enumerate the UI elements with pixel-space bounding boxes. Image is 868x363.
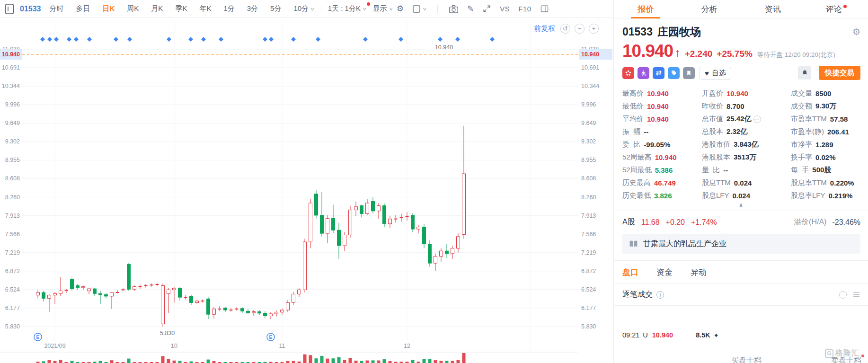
zoom-out-icon[interactable]: − xyxy=(575,24,585,34)
svg-text:12: 12 xyxy=(404,343,410,349)
toolbar-period-分时[interactable]: 分时 xyxy=(50,4,64,13)
quote-label: 港股股本 xyxy=(702,153,730,162)
level2-quotes-icon[interactable]: 2 xyxy=(638,67,649,79)
detail-tab-盘口[interactable]: 盘口 xyxy=(622,267,638,278)
company-description: 甘肃最大的乳品生产企业 xyxy=(643,239,726,249)
detail-tab-异动[interactable]: 异动 xyxy=(691,267,707,278)
notification-dot xyxy=(367,2,370,6)
vs-compare-button[interactable]: VS xyxy=(500,5,510,13)
panel-tab-报价[interactable]: 报价 xyxy=(614,0,677,18)
quote-value: 10.940 xyxy=(647,115,669,123)
quote-label: 历史最低 xyxy=(622,191,651,200)
draw-pencil-icon[interactable]: ✎ xyxy=(467,4,474,14)
svg-text:11: 11 xyxy=(279,343,285,349)
candle-style-selector[interactable]: ∨ xyxy=(412,5,426,13)
f10-button[interactable]: F10 xyxy=(518,5,531,13)
quote-label: 股息率LFY xyxy=(791,191,825,200)
quick-trade-button[interactable]: 快捷交易 xyxy=(819,66,860,80)
quote-总股本: 总股本2.32亿 xyxy=(702,125,791,138)
a-share-label: A股 xyxy=(622,217,635,227)
display-menu-label: 显示 xyxy=(373,4,387,13)
toolbar-period-1分[interactable]: 1分 xyxy=(223,4,234,13)
toolbar-period-季K[interactable]: 季K xyxy=(175,4,187,13)
more-ellipsis-icon[interactable]: ··· xyxy=(839,291,847,299)
period-more-chevron-icon[interactable]: ∨ xyxy=(310,7,315,11)
toolbar-period-月K[interactable]: 月K xyxy=(151,4,163,13)
trade-ticker-row[interactable]: 09:21 U 10.940 8.5K ◆ xyxy=(622,331,718,339)
panel-tab-分析[interactable]: 分析 xyxy=(677,0,741,18)
info-icon[interactable]: i xyxy=(656,291,664,299)
toolbar-period-3分[interactable]: 3分 xyxy=(247,4,258,13)
toolbar-period-年K[interactable]: 年K xyxy=(199,4,211,13)
chevron-down-icon: ∨ xyxy=(362,7,367,11)
svg-text:10.691: 10.691 xyxy=(581,64,599,71)
svg-text:10.344: 10.344 xyxy=(581,83,599,89)
trade-exchange-icon[interactable]: ⇄ xyxy=(653,67,664,79)
company-description-chip[interactable]: 甘肃最大的乳品生产企业 xyxy=(622,234,860,254)
svg-text:9.649: 9.649 xyxy=(581,120,596,126)
trade-time: 09:21 xyxy=(622,331,639,339)
quote-label: 市盈率(静) xyxy=(791,127,824,136)
quote-label: 港股市值 xyxy=(702,140,730,149)
quote-label: 每 手 xyxy=(791,166,809,175)
quote-label: 股息LFY xyxy=(702,191,729,200)
quote-value: -99.05% xyxy=(644,141,670,149)
undo-icon[interactable]: ↺ xyxy=(560,24,570,34)
stock-header: 01533 庄园牧场 ⚙ 10.940 ↑ +2.240 +25.75% 等待开… xyxy=(614,19,868,61)
svg-text:10.940: 10.940 xyxy=(435,44,453,51)
list-icon[interactable] xyxy=(852,291,860,298)
quote-最高价: 最高价10.940 xyxy=(622,87,702,100)
quote-股息率LFY: 股息率LFY0.219% xyxy=(791,189,861,202)
toolbar-period-10分[interactable]: 10分 xyxy=(293,4,309,13)
add-favorite-button[interactable]: ♥ 自选 xyxy=(700,67,731,80)
svg-text:5.830: 5.830 xyxy=(581,323,596,330)
svg-text:8.955: 8.955 xyxy=(5,157,20,163)
fullscreen-expand-icon[interactable] xyxy=(482,4,491,13)
a-share-row[interactable]: A股 11.68 +0.20 +1.74% 溢价(H/A) -23.46% xyxy=(614,211,868,233)
toolbar-stock-code[interactable]: 01533 xyxy=(20,5,41,13)
quote-开盘价: 开盘价10.940 xyxy=(702,87,791,100)
quote-label: 成交额 xyxy=(791,102,812,111)
bookmark-notes-icon[interactable] xyxy=(683,67,695,79)
screenshot-camera-icon[interactable] xyxy=(449,4,459,14)
tag-label-icon[interactable] xyxy=(668,67,680,79)
toolbar-period-5分[interactable]: 5分 xyxy=(270,4,281,13)
favorite-label: 自选 xyxy=(712,69,726,78)
svg-text:6.524: 6.524 xyxy=(5,286,20,293)
toolbar-divider xyxy=(321,5,321,13)
quote-label: 成交量 xyxy=(791,89,812,98)
toolbar-period-多日[interactable]: 多日 xyxy=(76,4,90,13)
chart-toolbar: 01533 分时多日日K周K月K季K年K1分3分5分10分 ∨ 1天 : 1分K… xyxy=(0,0,613,18)
alert-bell-button[interactable] xyxy=(798,66,811,80)
candlestick-chart[interactable]: 11.03811.03810.69110.69110.34410.3449.99… xyxy=(0,18,613,363)
chart-type-icon[interactable] xyxy=(5,3,14,15)
gelonghui-watermark: G 格隆汇 xyxy=(825,348,864,358)
panel-tab-资讯[interactable]: 资讯 xyxy=(741,0,805,18)
svg-text:8.260: 8.260 xyxy=(5,194,20,201)
quote-label: 历史最高 xyxy=(622,178,651,187)
adjust-mode-button[interactable]: 前复权 xyxy=(534,24,555,33)
compare-period-button[interactable]: 1天 : 1分K ∨ xyxy=(328,4,366,13)
svg-text:10.940: 10.940 xyxy=(581,51,599,58)
panel-settings-gear-icon[interactable]: ⚙ xyxy=(852,27,860,37)
quote-value: 10.940 xyxy=(726,89,748,97)
detail-tab-资金[interactable]: 资金 xyxy=(656,267,673,278)
toolbar-period-日K[interactable]: 日K xyxy=(103,4,115,13)
toolbar-period-周K[interactable]: 周K xyxy=(127,4,139,13)
chart-canvas[interactable]: 11.03811.03810.69110.69110.34410.3449.99… xyxy=(0,18,613,363)
panel-toggle-icon[interactable] xyxy=(540,4,549,13)
quote-label: 量 比 xyxy=(702,166,720,175)
settings-gear-icon[interactable]: ⚙ xyxy=(397,4,404,14)
quote-label: 股息率TTM xyxy=(791,178,827,187)
quote-市盈率TTM: 市盈率TTM57.58 xyxy=(791,113,861,125)
app-root: 01533 分时多日日K周K月K季K年K1分3分5分10分 ∨ 1天 : 1分K… xyxy=(0,0,868,363)
quote-value: 206.41 xyxy=(827,128,849,136)
zoom-in-icon[interactable]: + xyxy=(589,24,599,34)
quote-value: -- xyxy=(644,128,648,136)
display-menu-button[interactable]: 显示 ∨ xyxy=(373,4,393,13)
panel-tab-评论[interactable]: 评论 xyxy=(805,0,868,18)
svg-text:5.830: 5.830 xyxy=(5,323,20,330)
collapse-chevron-icon[interactable]: ∧ xyxy=(614,202,868,211)
more-ellipsis-icon[interactable]: ··· xyxy=(753,115,761,123)
svg-text:6.524: 6.524 xyxy=(581,286,596,293)
